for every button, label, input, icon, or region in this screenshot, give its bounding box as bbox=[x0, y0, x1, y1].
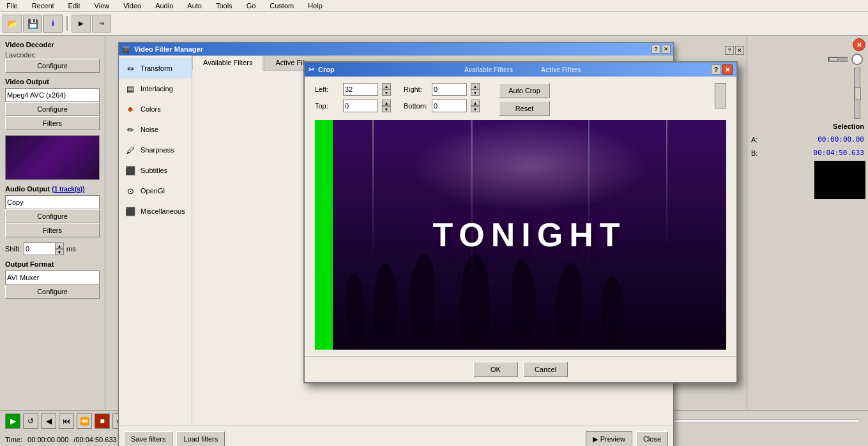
audio-output-section: Audio Output (1 track(s)) Copy Configure… bbox=[5, 185, 100, 237]
menu-view[interactable]: View bbox=[91, 1, 114, 11]
configure-button-2[interactable]: Configure bbox=[5, 102, 100, 116]
vfm-title: Video Filter Manager bbox=[134, 45, 203, 53]
crop-top-group: Top: ▲ ▼ bbox=[315, 100, 391, 112]
open-folder-button[interactable]: 📂 bbox=[3, 15, 22, 33]
crop-dialog: ✂ Crop Available Filters Active Filters … bbox=[303, 61, 738, 383]
menu-tools[interactable]: Tools bbox=[212, 1, 236, 11]
new-video-button[interactable]: ▶ bbox=[72, 15, 91, 33]
time-a-row: A: 00:00:00.00 bbox=[750, 134, 865, 145]
crop-top-input[interactable] bbox=[343, 100, 378, 112]
duration-value: /00:04:50.633 bbox=[73, 436, 116, 443]
shift-unit: ms bbox=[66, 245, 76, 253]
filter-item-misc[interactable]: ⬛ Miscellaneous bbox=[119, 201, 192, 221]
filter-item-sharpness[interactable]: 🖊 Sharpness bbox=[119, 140, 192, 160]
filter-label-transform: Transform bbox=[141, 64, 172, 72]
filter-sidebar: ⇔ Transform ▤ Interlacing ● Colors ✏ Noi… bbox=[119, 56, 192, 426]
time-a-value: 00:00:00.00 bbox=[818, 135, 864, 144]
audio-track-info[interactable]: (1 track(s)) bbox=[52, 186, 84, 193]
stop-button[interactable]: ■ bbox=[95, 413, 110, 429]
outer-close-button[interactable]: ✕ bbox=[735, 46, 744, 55]
vfm-right-buttons: ▶ Preview Close bbox=[586, 431, 668, 446]
configure-button-3[interactable]: Configure bbox=[5, 209, 100, 223]
load-filters-button[interactable]: Load filters bbox=[176, 431, 225, 446]
menu-audio[interactable]: Audio bbox=[151, 1, 177, 11]
preview-button[interactable]: ▶ Preview bbox=[586, 431, 632, 446]
menu-auto[interactable]: Auto bbox=[183, 1, 206, 11]
menu-video[interactable]: Video bbox=[119, 1, 145, 11]
crop-cancel-button[interactable]: Cancel bbox=[523, 362, 568, 377]
filters-button-1[interactable]: Filters bbox=[5, 116, 100, 130]
menu-recent[interactable]: Recent bbox=[28, 1, 58, 11]
crop-top-up[interactable]: ▲ bbox=[382, 100, 391, 106]
play-button[interactable]: ▶ bbox=[5, 413, 20, 429]
menu-edit[interactable]: Edit bbox=[65, 1, 84, 11]
video-output-title: Video Output bbox=[5, 78, 100, 85]
reset-button[interactable]: Reset bbox=[499, 101, 550, 116]
save-button[interactable]: 💾 bbox=[23, 15, 42, 33]
loop-button[interactable]: ↺ bbox=[23, 413, 38, 429]
crop-preview-area: TONIGHT bbox=[315, 120, 726, 350]
tab-available-filters[interactable]: Available Filters bbox=[192, 56, 263, 71]
green-crop-indicator bbox=[315, 120, 333, 350]
horizontal-slider[interactable] bbox=[828, 57, 848, 62]
crop-bottom-up[interactable]: ▲ bbox=[471, 100, 480, 106]
prev-frame-button[interactable]: ⏮ bbox=[59, 413, 74, 429]
filter-item-opengl[interactable]: ⊙ OpenGl bbox=[119, 181, 192, 201]
info-button[interactable]: i bbox=[43, 15, 63, 33]
crop-left-down[interactable]: ▼ bbox=[382, 89, 391, 96]
crop-left-input[interactable] bbox=[343, 83, 378, 96]
vfm-help-button[interactable]: ? bbox=[651, 45, 660, 54]
video-codec-select[interactable]: Mpeg4 AVC (x264) bbox=[5, 88, 100, 102]
back-button[interactable]: ◀ bbox=[41, 413, 56, 429]
filter-item-subtitles[interactable]: ⬛ Subtitles bbox=[119, 160, 192, 181]
encode-button[interactable]: ⇒ bbox=[92, 15, 111, 33]
output-format-title: Output Format bbox=[5, 260, 100, 268]
crop-left-up[interactable]: ▲ bbox=[382, 83, 391, 89]
shift-up-btn[interactable]: ▲ bbox=[55, 242, 64, 249]
time-value: 00:00:00.000 bbox=[27, 436, 68, 443]
crop-bottom-down[interactable]: ▼ bbox=[471, 106, 480, 112]
center-area: 🎬 Video Filter Manager ? ✕ ⇔ Transform ▤ bbox=[105, 36, 747, 410]
crop-aspect-indicator bbox=[715, 83, 726, 108]
sharpness-icon: 🖊 bbox=[124, 144, 137, 156]
shift-label: Shift: bbox=[5, 245, 21, 253]
crop-right-input[interactable] bbox=[432, 83, 467, 96]
crop-right-down[interactable]: ▼ bbox=[471, 89, 480, 96]
crop-help-button[interactable]: ? bbox=[711, 64, 721, 75]
menu-go[interactable]: Go bbox=[243, 1, 260, 11]
shift-spinner: ▲ ▼ bbox=[24, 242, 64, 255]
filters-button-2[interactable]: Filters bbox=[5, 223, 100, 237]
vfm-close-button[interactable]: ✕ bbox=[662, 45, 671, 54]
menu-file[interactable]: File bbox=[3, 1, 22, 11]
shift-down-btn[interactable]: ▼ bbox=[55, 249, 64, 255]
close-button[interactable]: Close bbox=[636, 431, 668, 446]
outer-help-button[interactable]: ? bbox=[725, 46, 734, 55]
volume-knob[interactable] bbox=[851, 54, 863, 65]
filter-item-colors[interactable]: ● Colors bbox=[119, 99, 192, 119]
auto-crop-button[interactable]: Auto Crop bbox=[499, 83, 550, 98]
crop-close-button[interactable]: ✕ bbox=[722, 64, 733, 75]
menu-custom[interactable]: Custom bbox=[266, 1, 298, 11]
crop-bottom-input[interactable] bbox=[432, 100, 467, 112]
shift-row: Shift: ▲ ▼ ms bbox=[5, 242, 100, 255]
configure-button-4[interactable]: Configure bbox=[5, 285, 100, 299]
output-format-select[interactable]: AVI Muxer bbox=[5, 271, 100, 285]
position-slider-vertical[interactable] bbox=[854, 68, 860, 119]
filter-item-noise[interactable]: ✏ Noise bbox=[119, 119, 192, 140]
crop-left-spinners: ▲ ▼ bbox=[382, 83, 391, 96]
rewind-button[interactable]: ⏪ bbox=[77, 413, 92, 429]
crop-bottom-spinners: ▲ ▼ bbox=[471, 100, 480, 112]
left-panel: Video Decoder Lavcodec Configure Video O… bbox=[0, 36, 105, 410]
crop-top-down[interactable]: ▼ bbox=[382, 106, 391, 112]
menu-help[interactable]: Help bbox=[304, 1, 326, 11]
crop-available-label: Available Filters bbox=[464, 66, 513, 73]
save-filters-button[interactable]: Save filters bbox=[124, 431, 172, 446]
filter-item-interlacing[interactable]: ▤ Interlacing bbox=[119, 78, 192, 99]
shift-spinner-btns: ▲ ▼ bbox=[55, 242, 64, 255]
crop-ok-button[interactable]: OK bbox=[473, 362, 518, 377]
audio-copy-select[interactable]: Copy bbox=[5, 195, 100, 209]
crop-right-up[interactable]: ▲ bbox=[471, 83, 480, 89]
filter-item-transform[interactable]: ⇔ Transform bbox=[119, 58, 192, 78]
configure-button-1[interactable]: Configure bbox=[5, 59, 100, 73]
shift-input[interactable] bbox=[24, 242, 56, 255]
